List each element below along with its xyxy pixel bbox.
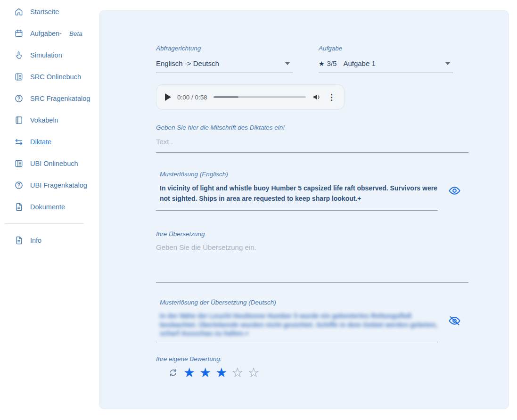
sidebar-divider bbox=[5, 223, 84, 224]
task-star-icon: ★ bbox=[319, 60, 325, 67]
star-rating: ★★★☆☆ bbox=[156, 366, 468, 379]
sidebar-item-startseite[interactable]: Startseite bbox=[0, 1, 99, 23]
swap-icon bbox=[14, 137, 24, 147]
audio-time: 0:00 / 0:58 bbox=[177, 94, 207, 101]
question-icon bbox=[14, 181, 24, 190]
beta-badge: Beta bbox=[69, 30, 82, 37]
translation-input[interactable] bbox=[156, 240, 468, 283]
dictation-panel: Abfragerichtung Englisch -> Deutsch Aufg… bbox=[99, 10, 509, 409]
document-icon bbox=[14, 236, 24, 245]
chevron-down-icon bbox=[445, 62, 450, 65]
rating-section: Ihre eigene Bewertung: ★★★☆☆ bbox=[156, 355, 468, 379]
translation-section: Ihre Übersetzung bbox=[156, 231, 468, 283]
direction-select[interactable]: Abfragerichtung Englisch -> Deutsch bbox=[156, 45, 293, 73]
star-4[interactable]: ☆ bbox=[231, 366, 243, 379]
selects-row: Abfragerichtung Englisch -> Deutsch Aufg… bbox=[156, 45, 468, 73]
translation-label: Ihre Übersetzung bbox=[156, 231, 468, 238]
question-icon bbox=[14, 94, 24, 103]
star-2[interactable]: ★ bbox=[199, 366, 211, 379]
sidebar-item-info[interactable]: Info bbox=[0, 230, 99, 251]
sidebar-item-diktate[interactable]: Diktate bbox=[0, 131, 99, 153]
sidebar-item-simulation[interactable]: Simulation bbox=[0, 44, 99, 66]
sidebar-item-src-onlinebuch[interactable]: SRC Onlinebuch bbox=[0, 66, 99, 88]
task-select-value: Aufgabe 1 bbox=[343, 59, 445, 67]
hand-icon bbox=[14, 50, 24, 60]
sidebar-item-label: Startseite bbox=[30, 8, 59, 16]
sidebar-item-label: Dokumente bbox=[30, 203, 65, 211]
solution-german-text: In der Nähe der Leucht Heultonne Humber … bbox=[160, 312, 438, 342]
sidebar-item-label: SRC Fragenkatalog bbox=[30, 95, 90, 102]
document-icon bbox=[14, 202, 24, 212]
sidebar-item-label: SRC Onlinebuch bbox=[30, 73, 81, 81]
sidebar-item-ubi-fragenkatalog[interactable]: UBI Fragenkatalog bbox=[0, 174, 99, 196]
audio-seek-bar[interactable] bbox=[213, 96, 306, 98]
solution-english-text: In vicinity of light and whistle buoy Hu… bbox=[160, 183, 438, 210]
sidebar-item-label: UBI Onlinebuch bbox=[30, 160, 78, 167]
direction-select-label: Abfragerichtung bbox=[156, 45, 293, 52]
sidebar-nav: StartseiteAufgaben-BetaSimulationSRC Onl… bbox=[0, 0, 99, 420]
sidebar-item-src-fragenkatalog[interactable]: SRC Fragenkatalog bbox=[0, 88, 99, 109]
tasks-icon bbox=[14, 29, 24, 38]
transcript-section: Geben Sie hier die Mitschrift des Diktat… bbox=[156, 124, 468, 153]
sidebar-item-label: UBI Fragenkatalog bbox=[30, 181, 87, 189]
book-icon bbox=[14, 72, 24, 82]
play-button[interactable] bbox=[165, 93, 171, 101]
sidebar-item-label: Info bbox=[30, 237, 41, 244]
task-select[interactable]: Aufgabe ★ 3/5 Aufgabe 1 bbox=[319, 45, 453, 73]
sidebar-item-label: Aufgaben- bbox=[30, 30, 62, 37]
sidebar-item-dokumente[interactable]: Dokumente bbox=[0, 196, 99, 218]
vocab-icon bbox=[14, 115, 24, 125]
solution-english-section: Musterlösung (Englisch) In vicinity of l… bbox=[156, 171, 468, 211]
sidebar-item-vokabeln[interactable]: Vokabeln bbox=[0, 109, 99, 131]
home-icon bbox=[14, 7, 24, 16]
audio-player: 0:00 / 0:58 ⋮ bbox=[156, 84, 345, 110]
task-select-label: Aufgabe bbox=[319, 45, 453, 52]
app-root: StartseiteAufgaben-BetaSimulationSRC Onl… bbox=[0, 0, 517, 420]
sidebar-item-aufgaben[interactable]: Aufgaben-Beta bbox=[0, 23, 99, 44]
sidebar-item-ubi-onlinebuch[interactable]: UBI Onlinebuch bbox=[0, 153, 99, 174]
audio-menu-icon[interactable]: ⋮ bbox=[328, 93, 336, 101]
solution-english-label: Musterlösung (Englisch) bbox=[160, 171, 438, 178]
audio-progress bbox=[213, 96, 238, 98]
volume-icon[interactable] bbox=[312, 92, 321, 102]
star-1[interactable]: ★ bbox=[183, 366, 195, 379]
star-5[interactable]: ☆ bbox=[247, 366, 259, 379]
sidebar-item-label: Diktate bbox=[30, 138, 51, 146]
book-icon bbox=[14, 159, 24, 168]
eye-off-icon[interactable] bbox=[448, 314, 461, 327]
direction-select-value: Englisch -> Deutsch bbox=[156, 59, 285, 67]
sidebar-item-label: Simulation bbox=[30, 51, 62, 59]
task-score: 3/5 bbox=[327, 59, 337, 67]
star-3[interactable]: ★ bbox=[215, 366, 227, 379]
rating-label: Ihre eigene Bewertung: bbox=[156, 355, 468, 362]
sidebar-item-label: Vokabeln bbox=[30, 116, 58, 124]
eye-icon[interactable] bbox=[448, 184, 461, 197]
solution-german-section: Musterlösung der Übersetzung (Deutsch) I… bbox=[156, 299, 468, 342]
transcript-label: Geben Sie hier die Mitschrift des Diktat… bbox=[156, 124, 468, 131]
solution-german-label: Musterlösung der Übersetzung (Deutsch) bbox=[160, 299, 438, 306]
reset-rating-icon[interactable] bbox=[168, 368, 178, 378]
transcript-input[interactable] bbox=[156, 134, 468, 153]
chevron-down-icon bbox=[285, 62, 290, 65]
